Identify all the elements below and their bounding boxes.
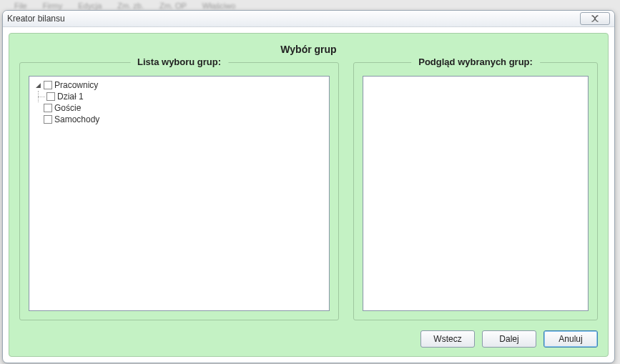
wizard-panel: Wybór grup Lista wyboru grup: ◢ Pracowni… (9, 33, 609, 357)
tree-label: Dział 1 (57, 91, 84, 102)
groupbox-row: Lista wyboru grup: ◢ Pracownicy Dział 1 (19, 62, 598, 320)
selected-preview-list[interactable] (363, 76, 589, 311)
selected-preview-box: Podgląd wybranych grup: (353, 62, 598, 320)
cancel-button[interactable]: Anuluj (543, 330, 598, 348)
selected-preview-title: Podgląd wybranych grup: (411, 56, 540, 67)
tree-label: Goście (54, 102, 81, 114)
tree-node-pracownicy[interactable]: ◢ Pracownicy (34, 79, 325, 91)
back-button[interactable]: Wstecz (420, 330, 475, 348)
tree-node-goscie[interactable]: ◢ Goście (34, 102, 325, 114)
next-button[interactable]: Dalej (482, 330, 536, 348)
tree-node-dzial1[interactable]: Dział 1 (34, 91, 325, 102)
wizard-window: Kreator bilansu Wybór grup Lista wyboru … (2, 10, 615, 363)
close-button[interactable] (580, 12, 610, 25)
tree-label: Samochody (54, 114, 99, 125)
group-selection-tree[interactable]: ◢ Pracownicy Dział 1 ◢ Go (29, 76, 330, 311)
checkbox[interactable] (44, 81, 52, 89)
titlebar: Kreator bilansu (3, 11, 614, 27)
wizard-buttons: Wstecz Dalej Anuluj (19, 320, 598, 348)
group-selection-title: Lista wyboru grup: (130, 56, 228, 67)
window-title: Kreator bilansu (7, 14, 580, 24)
tree-node-samochody[interactable]: ◢ Samochody (34, 114, 325, 125)
checkbox[interactable] (46, 92, 55, 101)
checkbox[interactable] (44, 104, 52, 112)
close-icon (591, 15, 599, 22)
group-selection-box: Lista wyboru grup: ◢ Pracownicy Dział 1 (19, 62, 339, 320)
checkbox[interactable] (44, 115, 52, 124)
tree-label: Pracownicy (54, 79, 98, 91)
page-title: Wybór grup (19, 44, 598, 55)
expand-toggle-icon[interactable]: ◢ (34, 81, 42, 89)
